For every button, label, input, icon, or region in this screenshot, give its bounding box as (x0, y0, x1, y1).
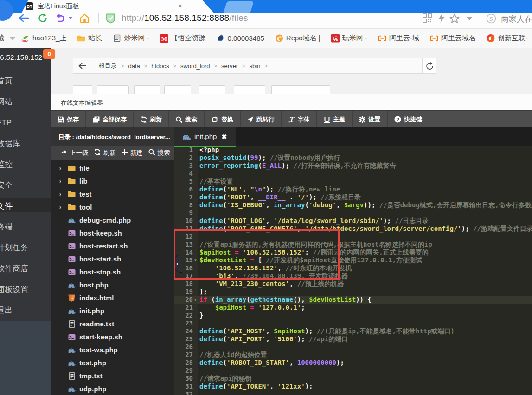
lightning-icon[interactable] (436, 13, 447, 24)
editor-modal-header: 在线文本编辑器 (51, 94, 532, 110)
bookmark-item[interactable]: 创新互联- (487, 34, 528, 43)
breadcrumb-refresh-button[interactable] (423, 58, 436, 74)
bookmark-item[interactable]: 阿里云-域 (378, 34, 419, 43)
sidebar-menu-item[interactable]: 安全 (0, 175, 51, 196)
toolbar-dropdown-caret[interactable] (466, 16, 473, 21)
line-number: 6 (174, 185, 193, 193)
file-tree-item[interactable]: udp.php (51, 382, 174, 395)
new-tab-button[interactable] (223, 1, 254, 14)
breadcrumb-item[interactable]: data (128, 63, 140, 70)
undo-icon[interactable] (55, 13, 73, 23)
editor-toolbar-button[interactable]: ? 快捷键 (388, 111, 429, 127)
code-line: 11 define('ROOT_GAME_CONFIG', '/data/htd… (174, 225, 532, 233)
editor-toolbar-button[interactable]: 刷新 (134, 111, 169, 127)
editor-tab-close-icon[interactable]: ✖ (221, 133, 227, 140)
editor-toolbar-button[interactable]: 主题 (317, 111, 353, 127)
back-icon[interactable] (18, 13, 30, 23)
bookmark-item[interactable]: 炒米网 - (113, 34, 149, 43)
browser-logo[interactable] (0, 0, 17, 23)
sidebar-menu-item[interactable]: 面板设置 (0, 279, 51, 300)
security-shield-icon[interactable] (106, 13, 115, 24)
file-tree-item[interactable]: › file (51, 162, 174, 175)
file-tree-item[interactable]: host-keep.sh (51, 227, 174, 240)
sidebar-menu-item[interactable]: 网站 (0, 91, 51, 112)
repo-icon (275, 34, 283, 43)
tab-close-icon[interactable]: × (178, 2, 182, 10)
file-tree-item[interactable]: readme.txt (51, 318, 174, 331)
code-editor[interactable]: 1 <?php 2 posix_setuid(99); //设置nobody用户… (174, 146, 532, 395)
file-tree-item[interactable]: host-start.sh (51, 253, 174, 266)
sidebar-menu-item[interactable]: 终端 (0, 217, 51, 237)
sidebar-menu-item[interactable]: 首页 (0, 70, 51, 91)
line-number: 20 (174, 296, 193, 304)
sogou-icon[interactable]: S (486, 13, 496, 24)
breadcrumb-item[interactable]: 根目录 (99, 62, 117, 70)
code-line: 20 if (in_array(gethostname(), $devHostL… (174, 296, 532, 304)
code-line-text: $apiHost = '127.0.0.1'; (193, 304, 305, 312)
breadcrumb-item[interactable]: htdocs (151, 63, 169, 70)
editor-toolbar-button[interactable]: 保存 (51, 111, 86, 127)
sidebar-menu-item[interactable]: 数据库 (0, 133, 51, 154)
file-tree-item[interactable]: start-keep.sh (51, 331, 174, 344)
bookmark-item[interactable]: 站长 (77, 34, 102, 43)
editor-toolbar-button[interactable]: 搜索 (169, 111, 205, 127)
url-text[interactable]: http://106.52.158.152:8888/files (122, 13, 248, 23)
file-tree-item[interactable]: host.php (51, 279, 174, 292)
file-tree-item[interactable]: host-restart.sh (51, 240, 174, 253)
file-tree-item[interactable]: host-stop.sh (51, 266, 174, 279)
tree-toolbar-button[interactable]: 新建 (122, 149, 143, 157)
editor-toolbar-button[interactable]: 字体 (282, 111, 317, 127)
home-icon[interactable] (79, 13, 90, 24)
sidebar-menu-item[interactable]: 软件商店 (0, 258, 51, 279)
file-tree-item[interactable]: › lib (51, 175, 174, 188)
editor-tab-initphp[interactable]: init.php ✖ (174, 127, 236, 146)
sidebar-menu-item[interactable]: 退出 (0, 300, 51, 321)
sidebar-menu-item[interactable]: 文件 (0, 196, 51, 217)
file-tree-item[interactable]: test-ws.php (51, 344, 174, 357)
code-line: 12 (174, 233, 532, 241)
file-tree-item[interactable]: 5 index.html (51, 292, 174, 305)
code-line-text: define('API_PORT', '5100'); //api的端口 (193, 335, 348, 343)
line-number: 19 (174, 288, 193, 296)
file-tree-item[interactable]: init.php (51, 305, 174, 318)
tree-toolbar-button[interactable]: 上一级 (60, 149, 89, 157)
svg-text:M: M (161, 35, 167, 42)
sidebar-menu-item[interactable]: 监控 (0, 154, 51, 175)
sidebar-menu-item[interactable]: FTP (0, 112, 51, 133)
breadcrumb-item[interactable]: sbin (250, 63, 261, 70)
file-tree-item[interactable]: › test (51, 188, 174, 201)
svg-text:S: S (489, 15, 493, 22)
file-tree-item[interactable]: test.php (51, 357, 174, 370)
sidebar-menu-item[interactable]: 计划任务 (0, 237, 51, 258)
svg-text:5: 5 (71, 296, 73, 300)
code-line: 3 error_reporting(E_ALL); //打开全部错误,不允许有隐… (174, 162, 532, 170)
file-tree-item[interactable]: debug-cmd.php (51, 214, 174, 227)
tree-toolbar-button[interactable]: 搜索 (148, 149, 170, 157)
browser-tab[interactable]: BT 宝塔Linux面板 × (22, 0, 213, 13)
bookmark-item[interactable]: 0.00003485 (217, 34, 264, 43)
tree-toolbar-button[interactable]: 刷新 (94, 149, 116, 157)
message-count-badge[interactable]: 0 (43, 49, 55, 59)
bookmark-item[interactable]: Repo域名 | (275, 34, 320, 43)
tree-collapse-handle[interactable]: ‹ (174, 255, 182, 273)
bookmark-item[interactable]: 阿里云域名 (430, 34, 476, 43)
bookmark-item[interactable]: M 【悟空资源 (160, 34, 206, 43)
file-tree-item[interactable]: › tool (51, 201, 174, 214)
code-line: 14 $apiHost = '106.52.158.152'; //腾讯云的内网… (174, 248, 532, 256)
favorite-star-icon[interactable] (449, 13, 460, 24)
bookmark-item[interactable]: hao hao123_上 (21, 34, 66, 43)
editor-toolbar-button[interactable]: 跳转行 (241, 111, 282, 127)
reload-icon[interactable] (38, 13, 48, 23)
breadcrumb-item[interactable]: sword_lord (180, 63, 210, 70)
favorites-menu[interactable]: 藏 (0, 33, 16, 43)
code-line-text: //机器人id的起始位置 (193, 351, 267, 359)
bookmark-item[interactable]: 玩 玩米网 - (331, 34, 367, 43)
editor-toolbar-button[interactable]: 全部保存 (86, 111, 134, 127)
file-tree-item[interactable]: tmp.txt (51, 370, 174, 382)
editor-toolbar-button[interactable]: 替换 (205, 111, 241, 127)
breadcrumb-item[interactable]: server (221, 63, 238, 70)
editor-toolbar-button[interactable]: 设置 (353, 111, 388, 127)
breadcrumb-back-button[interactable] (73, 58, 92, 73)
qrcode-icon[interactable] (422, 13, 432, 23)
hot-search-text[interactable]: 两家人在餐 (501, 14, 532, 25)
